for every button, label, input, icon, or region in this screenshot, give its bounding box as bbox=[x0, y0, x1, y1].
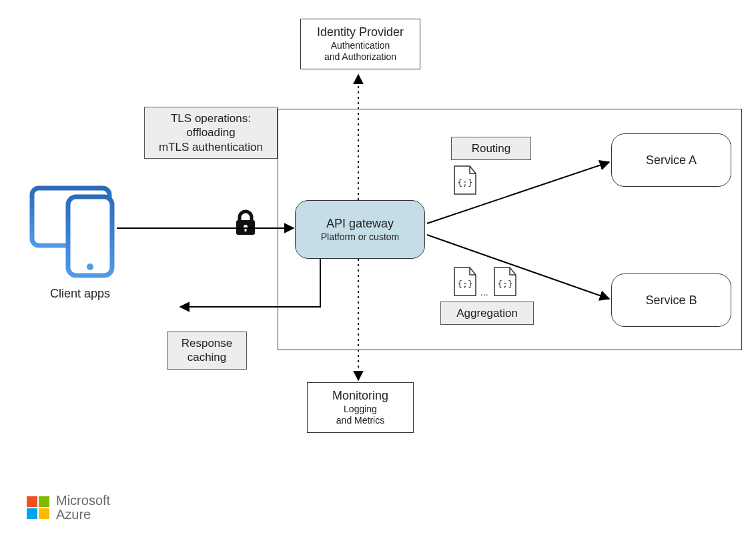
brand-text: Microsoft Azure bbox=[56, 494, 110, 522]
identity-provider-sub2: and Authorization bbox=[308, 51, 413, 63]
svg-rect-3 bbox=[236, 220, 255, 235]
api-gateway-title: API gateway bbox=[302, 216, 418, 231]
monitoring-box: Monitoring Logging and Metrics bbox=[307, 382, 414, 433]
routing-label: Routing bbox=[451, 137, 531, 160]
identity-provider-sub1: Authentication bbox=[308, 40, 413, 52]
service-b-label: Service B bbox=[645, 293, 697, 308]
code-file-icon: {;} bbox=[454, 165, 476, 195]
client-apps-caption: Client apps bbox=[40, 287, 120, 301]
aggregation-label: Aggregation bbox=[440, 302, 534, 325]
svg-point-4 bbox=[244, 225, 248, 229]
brand-line2: Azure bbox=[56, 508, 110, 522]
brand-line1: Microsoft bbox=[56, 494, 110, 508]
service-b-box: Service B bbox=[611, 273, 731, 327]
diagram-canvas: Identity Provider Authentication and Aut… bbox=[0, 0, 756, 551]
identity-provider-title: Identity Provider bbox=[308, 25, 413, 40]
svg-text:{;}: {;} bbox=[457, 177, 472, 187]
svg-rect-5 bbox=[245, 227, 247, 231]
aggregation-ellipsis: ... bbox=[480, 287, 488, 298]
response-caching-line2: caching bbox=[174, 350, 240, 364]
service-a-label: Service A bbox=[646, 153, 697, 168]
monitoring-title: Monitoring bbox=[314, 388, 406, 404]
svg-text:{;}: {;} bbox=[497, 279, 512, 289]
svg-rect-0 bbox=[32, 188, 109, 245]
response-caching-line1: Response bbox=[174, 336, 240, 350]
code-file-icon: {;} bbox=[454, 267, 476, 296]
monitoring-sub2: and Metrics bbox=[314, 415, 406, 427]
api-gateway-sub: Platform or custom bbox=[302, 231, 418, 243]
svg-point-2 bbox=[87, 263, 93, 270]
identity-provider-box: Identity Provider Authentication and Aut… bbox=[300, 19, 420, 69]
lock-icon bbox=[236, 211, 255, 235]
svg-rect-1 bbox=[68, 197, 112, 276]
api-gateway-box: API gateway Platform or custom bbox=[295, 200, 425, 259]
code-file-icon: {;} bbox=[494, 267, 516, 296]
svg-text:{;}: {;} bbox=[457, 279, 472, 289]
client-devices-icon bbox=[32, 188, 112, 276]
service-a-box: Service A bbox=[611, 133, 731, 187]
microsoft-logo-icon bbox=[27, 496, 49, 519]
monitoring-sub1: Logging bbox=[314, 404, 406, 416]
response-caching-box: Response caching bbox=[167, 332, 247, 370]
microsoft-azure-logo: Microsoft Azure bbox=[27, 494, 110, 522]
tls-operations-box: TLS operations: offloading mTLS authenti… bbox=[144, 107, 278, 159]
tls-line1: TLS operations: bbox=[151, 111, 270, 125]
tls-line3: mTLS authentication bbox=[151, 140, 270, 154]
tls-line2: offloading bbox=[151, 125, 270, 139]
